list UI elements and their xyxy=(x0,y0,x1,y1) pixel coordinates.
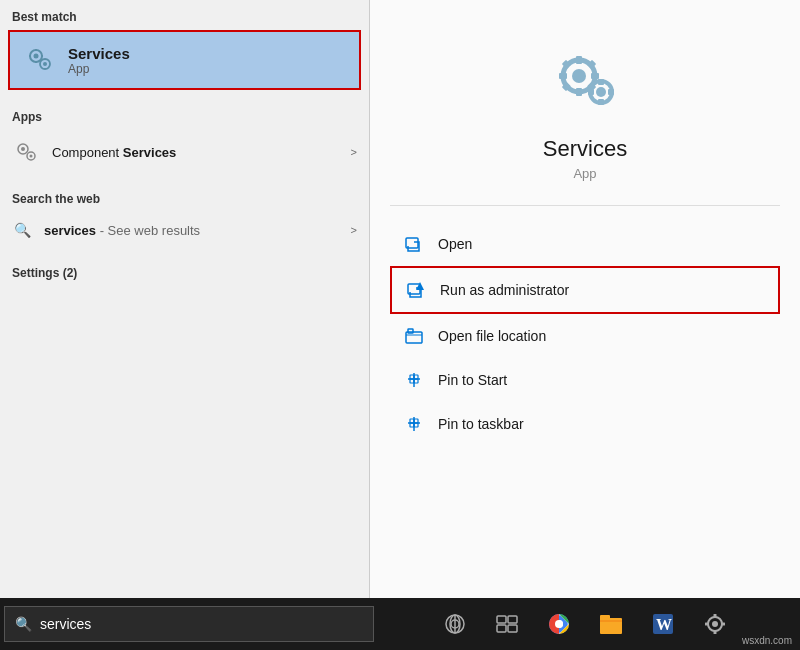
right-panel: Services App Open Run as administrator O xyxy=(370,0,800,598)
settings-section: Settings (2) xyxy=(0,256,369,286)
open-file-location-icon xyxy=(402,324,426,348)
taskbar-search[interactable]: 🔍 services xyxy=(4,606,374,642)
svg-rect-58 xyxy=(600,615,610,620)
svg-rect-24 xyxy=(598,79,604,85)
svg-rect-51 xyxy=(497,625,506,632)
app-detail-name: Services xyxy=(543,136,627,162)
apps-label: Apps xyxy=(0,100,369,130)
taskbar-search-icon: 🔍 xyxy=(15,616,32,632)
svg-point-9 xyxy=(21,147,25,151)
word-icon[interactable]: W xyxy=(647,608,679,640)
file-explorer-icon[interactable] xyxy=(595,608,627,640)
component-services-item[interactable]: Component Services > xyxy=(0,130,369,174)
services-icon xyxy=(22,42,58,78)
action-open[interactable]: Open xyxy=(390,222,780,266)
action-pin-to-start[interactable]: Pin to Start xyxy=(390,358,780,402)
open-label: Open xyxy=(438,236,472,252)
best-match-item[interactable]: Services App xyxy=(8,30,361,90)
watermark: wsxdn.com xyxy=(742,635,792,646)
open-file-location-label: Open file location xyxy=(438,328,546,344)
pin-to-start-label: Pin to Start xyxy=(438,372,507,388)
taskbar: 🔍 services xyxy=(0,598,800,650)
search-icon: 🔍 xyxy=(12,220,32,240)
svg-rect-27 xyxy=(608,89,614,95)
windows-start-icon[interactable] xyxy=(439,608,471,640)
svg-rect-26 xyxy=(588,89,594,95)
svg-rect-57 xyxy=(600,618,622,634)
web-chevron-icon: > xyxy=(351,224,357,236)
svg-rect-65 xyxy=(705,623,709,626)
pin-to-taskbar-label: Pin to taskbar xyxy=(438,416,524,432)
run-as-admin-icon xyxy=(404,278,428,302)
svg-marker-30 xyxy=(416,282,424,290)
settings-label: Settings (2) xyxy=(0,256,369,286)
divider xyxy=(390,205,780,206)
web-search-item[interactable]: 🔍 services - See web results > xyxy=(0,212,369,248)
action-run-as-admin[interactable]: Run as administrator xyxy=(390,266,780,314)
svg-point-13 xyxy=(572,69,586,83)
svg-point-62 xyxy=(712,621,718,627)
chevron-icon: > xyxy=(351,146,357,158)
svg-rect-52 xyxy=(508,625,517,632)
taskbar-search-text: services xyxy=(40,616,91,632)
svg-rect-50 xyxy=(508,616,517,623)
svg-rect-16 xyxy=(559,73,567,79)
web-suffix: - See web results xyxy=(96,223,200,238)
svg-point-1 xyxy=(34,54,39,59)
web-search-label: Search the web xyxy=(0,182,369,212)
svg-rect-15 xyxy=(576,88,582,96)
pin-to-start-icon xyxy=(402,368,426,392)
best-match-label: Best match xyxy=(0,0,369,30)
svg-text:W: W xyxy=(656,616,672,633)
app-detail-type: App xyxy=(573,166,596,181)
task-view-icon[interactable] xyxy=(491,608,523,640)
left-panel: Best match Services App xyxy=(0,0,370,598)
best-match-text: Services App xyxy=(68,45,130,76)
svg-rect-49 xyxy=(497,616,506,623)
svg-rect-14 xyxy=(576,56,582,64)
pin-to-taskbar-icon xyxy=(402,412,426,436)
action-list: Open Run as administrator Open file loca… xyxy=(390,222,780,446)
action-open-file-location[interactable]: Open file location xyxy=(390,314,780,358)
taskbar-icons-area: W xyxy=(374,608,796,640)
best-match-title: Services xyxy=(68,45,130,62)
open-icon xyxy=(402,232,426,256)
chrome-icon[interactable] xyxy=(543,608,575,640)
svg-point-7 xyxy=(43,62,47,66)
best-match-subtitle: App xyxy=(68,62,130,76)
main-area: Best match Services App xyxy=(0,0,800,598)
svg-rect-25 xyxy=(598,99,604,105)
svg-point-11 xyxy=(30,155,33,158)
run-as-admin-label: Run as administrator xyxy=(440,282,569,298)
svg-rect-17 xyxy=(591,73,599,79)
svg-point-56 xyxy=(555,620,563,628)
svg-rect-63 xyxy=(714,614,717,618)
svg-point-23 xyxy=(596,87,606,97)
svg-rect-32 xyxy=(408,329,413,333)
action-pin-to-taskbar[interactable]: Pin to taskbar xyxy=(390,402,780,446)
svg-rect-64 xyxy=(714,630,717,634)
app-detail-icon xyxy=(545,40,625,120)
web-search-section: Search the web 🔍 services - See web resu… xyxy=(0,182,369,248)
web-search-text: services - See web results xyxy=(44,223,351,238)
component-services-label: Component Services xyxy=(52,145,351,160)
component-services-icon xyxy=(12,138,40,166)
settings-icon[interactable] xyxy=(699,608,731,640)
apps-section: Apps Component Services > xyxy=(0,100,369,174)
web-query: services xyxy=(44,223,96,238)
svg-rect-66 xyxy=(721,623,725,626)
